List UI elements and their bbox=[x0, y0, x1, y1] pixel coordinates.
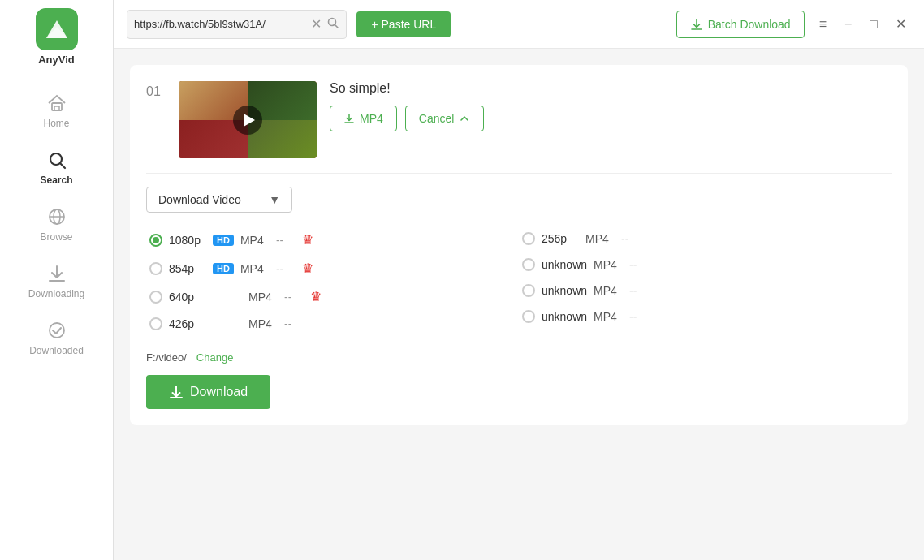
quality-label-unknown2: unknown bbox=[542, 284, 587, 297]
close-button[interactable]: ✕ bbox=[891, 15, 911, 33]
batch-download-label: Batch Download bbox=[708, 18, 791, 31]
content-area: 01 So simple! bbox=[114, 49, 924, 560]
url-input[interactable] bbox=[134, 18, 306, 30]
change-path-link[interactable]: Change bbox=[196, 351, 234, 364]
quality-radio-640p[interactable] bbox=[149, 291, 162, 304]
sidebar-search-label: Search bbox=[40, 174, 72, 186]
size-label-426p: -- bbox=[284, 317, 304, 330]
hd-badge-854p: HD bbox=[213, 263, 234, 274]
fmt-label-640p: MP4 bbox=[248, 291, 278, 304]
quality-row-unknown2: unknown MP4 -- bbox=[519, 278, 892, 304]
sidebar-item-home[interactable]: Home bbox=[0, 82, 113, 139]
batch-download-icon bbox=[690, 18, 703, 31]
size-label-256p: -- bbox=[621, 232, 641, 245]
download-type-dropdown[interactable]: Download Video ▼ bbox=[146, 187, 292, 213]
download-label: Download bbox=[190, 385, 248, 399]
download-button[interactable]: Download bbox=[146, 375, 270, 409]
quality-radio-unknown3[interactable] bbox=[522, 310, 535, 323]
sidebar-item-downloaded[interactable]: Downloaded bbox=[0, 309, 113, 366]
quality-label-426p: 426p bbox=[169, 317, 206, 330]
svg-rect-3 bbox=[54, 106, 59, 110]
search-icon bbox=[45, 149, 68, 171]
quality-row-unknown1: unknown MP4 -- bbox=[519, 252, 892, 278]
quality-radio-854p[interactable] bbox=[149, 262, 162, 275]
cancel-button[interactable]: Cancel bbox=[405, 106, 485, 131]
quality-label-1080p: 1080p bbox=[169, 234, 206, 247]
quality-row-256p: 256p MP4 -- bbox=[519, 226, 892, 252]
divider bbox=[146, 173, 892, 174]
download-icon-btn bbox=[169, 385, 184, 399]
app-name: AnyVid bbox=[38, 54, 75, 66]
search-icon-topbar bbox=[326, 16, 339, 29]
sidebar-item-browse[interactable]: Browse bbox=[0, 196, 113, 252]
chevron-up-icon bbox=[459, 113, 470, 124]
minimize-button[interactable]: − bbox=[840, 15, 857, 33]
window-controls: ≡ − □ ✕ bbox=[814, 15, 911, 33]
logo-area: AnyVid bbox=[36, 8, 78, 66]
quality-label-854p: 854p bbox=[169, 262, 206, 275]
quality-label-640p: 640p bbox=[169, 291, 206, 304]
sidebar-item-downloading[interactable]: Downloading bbox=[0, 252, 113, 309]
app-logo-icon bbox=[36, 8, 78, 50]
fmt-label-426p: MP4 bbox=[248, 317, 278, 330]
sidebar-home-label: Home bbox=[43, 118, 69, 129]
sidebar-downloading-label: Downloading bbox=[28, 288, 84, 299]
batch-download-button[interactable]: Batch Download bbox=[676, 11, 805, 38]
quality-row-640p: 640p MP4 -- ♛ bbox=[146, 282, 519, 311]
mp4-label: MP4 bbox=[360, 112, 383, 125]
url-search-button[interactable] bbox=[326, 16, 339, 32]
size-label-unknown2: -- bbox=[629, 284, 649, 297]
fmt-label-unknown2: MP4 bbox=[594, 284, 623, 297]
paste-url-label: + Paste URL bbox=[371, 18, 436, 31]
dropdown-wrap: Download Video ▼ bbox=[146, 187, 892, 213]
quality-grid: 1080p HD MP4 -- ♛ 854p HD MP4 -- ♛ bbox=[146, 226, 892, 337]
video-header: 01 So simple! bbox=[146, 81, 892, 158]
video-number: 01 bbox=[146, 81, 166, 99]
sidebar-item-search[interactable]: Search bbox=[0, 139, 113, 196]
menu-button[interactable]: ≡ bbox=[814, 15, 831, 33]
paste-url-button[interactable]: + Paste URL bbox=[356, 11, 451, 37]
main-area: ✕ + Paste URL Batch Download ≡ − □ bbox=[114, 0, 924, 560]
svg-marker-1 bbox=[46, 27, 67, 38]
quality-row-426p: 426p MP4 -- bbox=[146, 311, 519, 337]
save-path-row: F:/video/ Change bbox=[146, 351, 892, 364]
size-label-854p: -- bbox=[276, 262, 296, 275]
quality-radio-256p[interactable] bbox=[522, 232, 535, 245]
quality-radio-unknown1[interactable] bbox=[522, 258, 535, 271]
quality-row-1080p: 1080p HD MP4 -- ♛ bbox=[146, 226, 519, 254]
url-clear-button[interactable]: ✕ bbox=[311, 18, 322, 31]
downloading-icon bbox=[45, 262, 68, 285]
fmt-label-854p: MP4 bbox=[240, 262, 270, 275]
cancel-label: Cancel bbox=[419, 112, 455, 125]
fmt-label-256p: MP4 bbox=[585, 232, 615, 245]
quality-label-unknown3: unknown bbox=[542, 310, 587, 323]
quality-label-unknown1: unknown bbox=[542, 258, 587, 271]
quality-radio-1080p[interactable] bbox=[149, 234, 162, 247]
download-icon-mp4 bbox=[343, 113, 355, 124]
video-actions: MP4 Cancel bbox=[330, 106, 892, 131]
quality-radio-unknown2[interactable] bbox=[522, 284, 535, 297]
hd-badge-1080p: HD bbox=[213, 235, 234, 246]
chevron-down-icon: ▼ bbox=[269, 193, 280, 206]
play-button-overlay[interactable] bbox=[233, 106, 262, 135]
fmt-label-1080p: MP4 bbox=[240, 234, 270, 247]
home-icon bbox=[45, 92, 68, 114]
fmt-label-unknown1: MP4 bbox=[594, 258, 623, 271]
quality-left-col: 1080p HD MP4 -- ♛ 854p HD MP4 -- ♛ bbox=[146, 226, 519, 337]
downloaded-icon bbox=[45, 319, 68, 342]
video-thumbnail bbox=[179, 81, 317, 158]
size-label-unknown1: -- bbox=[629, 258, 649, 271]
quality-radio-426p[interactable] bbox=[149, 317, 162, 330]
maximize-button[interactable]: □ bbox=[865, 15, 883, 33]
play-triangle-icon bbox=[244, 114, 255, 127]
quality-label-256p: 256p bbox=[542, 232, 579, 245]
fmt-label-unknown3: MP4 bbox=[594, 310, 623, 323]
mp4-button[interactable]: MP4 bbox=[330, 106, 397, 131]
quality-right-col: 256p MP4 -- unknown MP4 -- unknown bbox=[519, 226, 892, 337]
url-input-wrap: ✕ bbox=[127, 10, 347, 39]
svg-line-12 bbox=[335, 24, 339, 28]
quality-row-unknown3: unknown MP4 -- bbox=[519, 304, 892, 330]
size-label-unknown3: -- bbox=[629, 310, 649, 323]
quality-row-854p: 854p HD MP4 -- ♛ bbox=[146, 254, 519, 282]
crown-icon-854p: ♛ bbox=[302, 261, 313, 276]
